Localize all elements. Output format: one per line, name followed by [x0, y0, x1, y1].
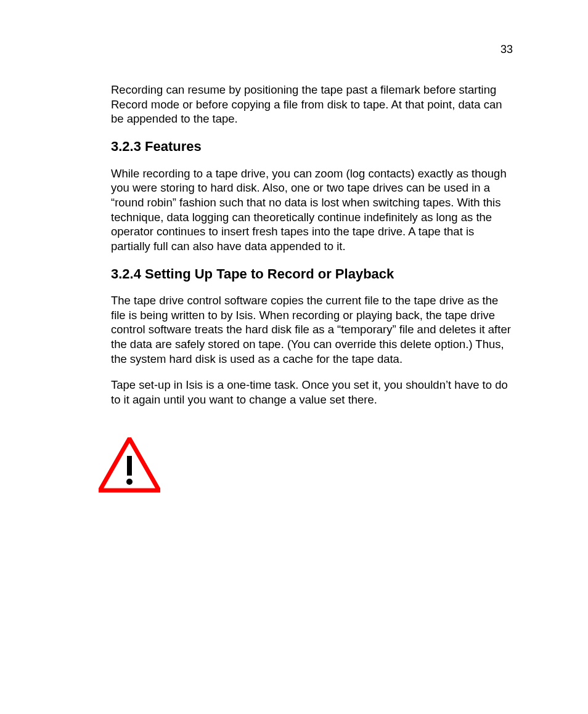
- page-content: Recording can resume by positioning the …: [111, 83, 514, 495]
- document-page: 33 Recording can resume by positioning t…: [0, 0, 588, 714]
- page-number: 33: [500, 43, 513, 56]
- warning-triangle-icon: [99, 437, 514, 495]
- section-paragraph: While recording to a tape drive, you can…: [111, 166, 514, 254]
- section-heading-setup-tape: 3.2.4 Setting Up Tape to Record or Playb…: [111, 266, 514, 282]
- intro-paragraph: Recording can resume by positioning the …: [111, 83, 514, 126]
- section-heading-features: 3.2.3 Features: [111, 139, 514, 155]
- svg-point-2: [126, 479, 133, 485]
- section-paragraph: The tape drive control software copies t…: [111, 293, 514, 366]
- svg-rect-1: [127, 456, 132, 476]
- section-paragraph: Tape set-up in Isis is a one-time task. …: [111, 378, 514, 407]
